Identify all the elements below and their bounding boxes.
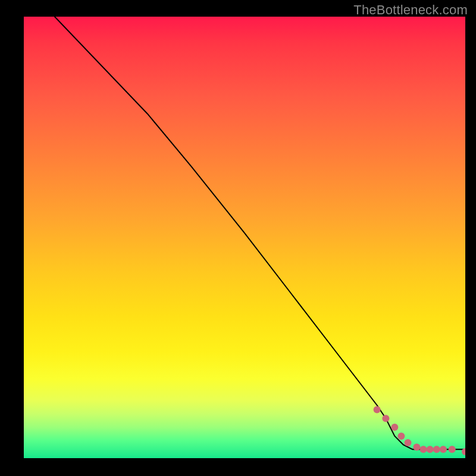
chart-svg: [24, 17, 465, 458]
dot: [391, 424, 398, 431]
dot: [382, 415, 389, 422]
dot: [433, 446, 440, 453]
dot: [449, 446, 456, 453]
dot: [405, 439, 412, 446]
dot: [397, 433, 405, 440]
dot: [427, 446, 434, 453]
plot-area: [24, 17, 465, 458]
series-dots: [374, 406, 465, 455]
chart-container: TheBottleneck.com: [0, 0, 476, 476]
dot: [440, 446, 447, 453]
dot: [374, 406, 381, 413]
dot: [413, 444, 420, 451]
series-curve: [55, 17, 465, 449]
dot: [420, 446, 427, 453]
watermark-label: TheBottleneck.com: [353, 2, 468, 18]
